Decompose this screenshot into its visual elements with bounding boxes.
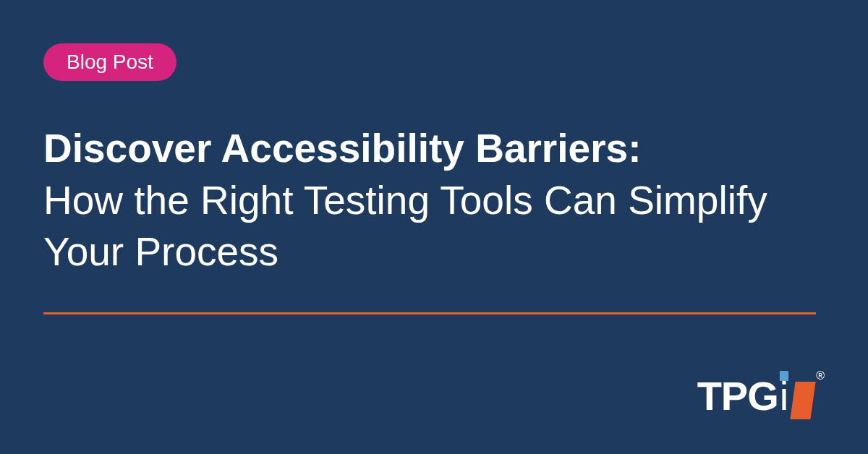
logo-suffix: i: [780, 372, 788, 419]
heading-container: Discover Accessibility Barriers: How the…: [43, 123, 825, 278]
heading-bold: Discover Accessibility Barriers:: [43, 123, 825, 175]
logo-door-icon: [791, 382, 816, 419]
brand-logo: TPG i ®: [697, 372, 825, 419]
logo-registered: ®: [816, 369, 825, 382]
heading-light: How the Right Testing Tools Can Simplify…: [43, 175, 825, 278]
category-badge: Blog Post: [43, 43, 176, 81]
logo-i-accent: [780, 371, 788, 381]
badge-label: Blog Post: [67, 51, 153, 73]
accent-underline: [43, 312, 816, 314]
logo-main-text: TPG: [697, 372, 778, 419]
